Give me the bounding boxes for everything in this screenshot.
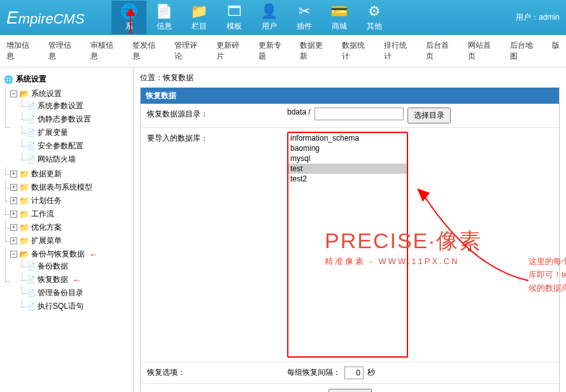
folder-icon: 📁: [19, 196, 29, 206]
file-icon: 📄: [27, 276, 36, 284]
tree-item[interactable]: 📄网站防火墙: [27, 154, 131, 165]
path-prefix: bdata /: [287, 108, 311, 116]
sidebar: 🌐系统设置 −📂系统设置 📄系统参数设置 📄伪静态参数设置 📄扩展变量 📄安全参…: [0, 67, 134, 392]
tree-folder[interactable]: +📁计划任务: [10, 195, 131, 206]
folder-icon: 📁: [19, 236, 29, 246]
file-icon: 📄: [27, 115, 36, 123]
folder-icon: 📁: [19, 223, 29, 232]
nav-system[interactable]: 🌐系: [111, 1, 146, 34]
annotation-arrow-icon: ←: [89, 249, 98, 260]
user-info: 用户：admin: [516, 12, 566, 23]
subnav-item[interactable]: 版: [552, 40, 560, 62]
nav-other[interactable]: ⚙其他: [357, 1, 392, 34]
file-icon: 📄: [27, 289, 36, 297]
plugin-icon: ✂: [287, 3, 322, 20]
db-option: test: [288, 164, 407, 174]
plus-icon: +: [10, 171, 17, 178]
tree-folder[interactable]: +📁优化方案: [10, 222, 131, 233]
subnav-item[interactable]: 排行统计: [384, 40, 414, 62]
nav-template[interactable]: 🗔模板: [216, 1, 251, 34]
db-option: information_schema: [288, 133, 407, 143]
label-database: 要导入的数据库：: [141, 128, 281, 361]
database-select[interactable]: information_schema baoming mysql test te…: [287, 132, 408, 358]
folder-icon: 📂: [19, 89, 29, 99]
subnav-item[interactable]: 数据统计: [342, 40, 372, 62]
folder-icon: 📁: [19, 169, 29, 179]
label-source-dir: 恢复数据源目录：: [141, 104, 281, 127]
card-icon: 💳: [322, 3, 357, 20]
window-icon: 🗔: [216, 3, 251, 20]
subnav-item[interactable]: 增加信息: [6, 40, 37, 62]
db-option: baoming: [288, 143, 407, 153]
folder-icon: 📁: [181, 3, 216, 20]
nav-column[interactable]: 📁栏目: [181, 1, 216, 34]
interval-unit: 秒: [367, 367, 375, 378]
tree-folder[interactable]: +📁扩展菜单: [10, 235, 131, 246]
nav-shop[interactable]: 💳商城: [322, 1, 357, 34]
start-restore-button[interactable]: 开始恢复: [329, 389, 372, 392]
subnav-item[interactable]: 后台首页: [426, 40, 456, 62]
file-icon: 📄: [27, 102, 36, 110]
subnav-item[interactable]: 后台地图: [510, 40, 541, 62]
plus-icon: +: [10, 211, 17, 218]
subnav-item[interactable]: 管理信息: [48, 40, 79, 62]
user-icon: 👤: [251, 3, 287, 20]
tree-item[interactable]: 📄扩展变量: [27, 127, 131, 138]
content: 位置：恢复数据 恢复数据 恢复数据源目录： bdata / 选择目录 要导入的数…: [134, 67, 566, 392]
nav-plugin[interactable]: ✂插件: [287, 1, 322, 34]
subnav-item[interactable]: 管理评论: [174, 40, 205, 62]
source-dir-input[interactable]: [315, 108, 404, 120]
label-options: 恢复选项：: [141, 362, 281, 383]
annotation-text: 这里的每个人显示的都不一样，选好你的数据库即可！test是我的数据库！也就是安装…: [528, 255, 566, 295]
tree-folder[interactable]: +📁数据表与系统模型: [10, 182, 131, 193]
tree-item[interactable]: 📄安全参数配置: [27, 141, 131, 151]
plus-icon: +: [10, 237, 17, 244]
tree-folder[interactable]: +📁数据更新: [10, 169, 131, 179]
tree-item[interactable]: 📄执行SQL语句: [27, 301, 131, 312]
tree-item[interactable]: 📄伪静态参数设置: [27, 114, 131, 125]
restore-panel: 恢复数据 恢复数据源目录： bdata / 选择目录 要导入的数据库： info…: [140, 87, 560, 392]
interval-input[interactable]: [344, 367, 364, 379]
folder-icon: 📁: [19, 209, 29, 219]
nav-info[interactable]: 📄信息: [146, 1, 181, 34]
subnav-item[interactable]: 网站首页: [468, 40, 499, 62]
subnav-item[interactable]: 签发信息: [132, 40, 163, 62]
breadcrumb: 位置：恢复数据: [140, 73, 560, 83]
file-icon: 📄: [27, 129, 36, 137]
panel-title: 恢复数据: [141, 88, 559, 104]
gear-icon: ⚙: [357, 3, 392, 20]
plus-icon: +: [10, 197, 17, 204]
globe-icon: 🌐: [111, 3, 146, 20]
subnav-item[interactable]: 数据更新: [300, 40, 330, 62]
file-icon: 📄: [27, 155, 36, 164]
subnav: 增加信息 管理信息 审核信息 签发信息 管理评论 更新碎片 更新专题 数据更新 …: [0, 35, 566, 67]
file-icon: 📄: [27, 142, 36, 150]
db-option: test2: [288, 174, 407, 184]
interval-label: 每组恢复间隔：: [287, 367, 341, 378]
minus-icon: −: [10, 251, 17, 258]
annotation-arrow-icon: ←: [73, 275, 81, 285]
sidebar-title: 🌐系统设置: [3, 71, 131, 87]
logo: EmpireCMS: [0, 8, 111, 28]
tree-folder[interactable]: +📁工作流: [10, 209, 131, 220]
plus-icon: +: [10, 184, 17, 191]
globe-icon: 🌐: [4, 75, 13, 84]
tree-item-restore[interactable]: 📄恢复数据←: [27, 274, 131, 285]
subnav-item[interactable]: 更新碎片: [216, 40, 247, 62]
tree-folder-backup[interactable]: −📂备份与恢复数据←: [10, 249, 131, 260]
folder-icon: 📂: [19, 249, 29, 259]
plus-icon: +: [10, 224, 17, 231]
minus-icon: −: [10, 90, 17, 97]
subnav-item[interactable]: 审核信息: [90, 40, 121, 62]
tree-item[interactable]: 📄备份数据: [27, 261, 131, 272]
tree-item[interactable]: 📄管理备份目录: [27, 288, 131, 298]
doc-icon: 📄: [146, 3, 181, 20]
header: EmpireCMS 🌐系 📄信息 📁栏目 🗔模板 👤用户 ✂插件 💳商城 ⚙其他…: [0, 0, 566, 35]
tree-folder-system[interactable]: −📂系统设置: [10, 88, 131, 99]
select-dir-button[interactable]: 选择目录: [407, 108, 451, 123]
subnav-item[interactable]: 更新专题: [258, 40, 289, 62]
nav-user[interactable]: 👤用户: [251, 1, 287, 34]
db-option: mysql: [288, 153, 407, 164]
file-icon: 📄: [27, 302, 36, 311]
tree-item[interactable]: 📄系统参数设置: [27, 101, 131, 111]
